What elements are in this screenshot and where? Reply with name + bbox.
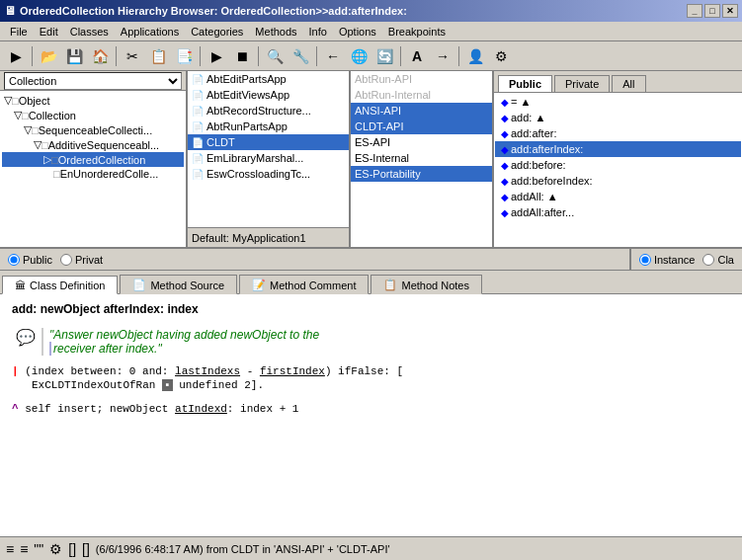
class-radio-label[interactable]: Cla: [702, 254, 734, 266]
status-icon-gear[interactable]: ⚙: [49, 541, 62, 557]
method-item-addall[interactable]: ◆ addAll: ▲: [495, 189, 741, 204]
api-item-es[interactable]: ES-API: [351, 134, 492, 150]
list-item-cldt[interactable]: 📄 CLDT: [188, 134, 349, 150]
list-item-abtrunparts[interactable]: 📄 AbtRunPartsApp: [188, 119, 349, 134]
toolbar-web-button[interactable]: 🌐: [347, 44, 371, 68]
menu-breakpoints[interactable]: Breakpoints: [382, 24, 452, 40]
api-item-abtrun[interactable]: AbtRun-API: [351, 71, 492, 87]
tab-method-notes[interactable]: 📋 Method Notes: [371, 275, 481, 294]
private-radio[interactable]: [60, 254, 72, 266]
menu-classes[interactable]: Classes: [64, 24, 115, 40]
public-radio-label[interactable]: Public: [8, 254, 52, 266]
tree-icon-ord: □: [51, 154, 58, 166]
tree-item-sequenceable[interactable]: ▽ □ SequenceableCollecti...: [2, 122, 184, 137]
close-button[interactable]: ✕: [722, 4, 738, 18]
status-icon-bracket1[interactable]: []: [68, 541, 76, 557]
code-area[interactable]: add: newObject afterIndex: index 💬 "Answ…: [0, 294, 742, 536]
method-item-addbeforeindex[interactable]: ◆ add:beforeIndex:: [495, 173, 741, 189]
left-selector-bar: Public Privat: [0, 249, 631, 270]
toolbar-run-button[interactable]: ▶: [4, 44, 28, 68]
method-item-addallafter[interactable]: ◆ addAll:after...: [495, 204, 741, 220]
toolbar-user-button[interactable]: 👤: [463, 44, 487, 68]
tab-public[interactable]: Public: [498, 75, 552, 92]
tree-item-additive[interactable]: ▽ □ AdditiveSequenceabl...: [2, 137, 184, 152]
tree-expand-add: ▽: [34, 138, 41, 151]
window-controls[interactable]: _ □ ✕: [687, 4, 738, 18]
toolbar-font-button[interactable]: A: [405, 44, 429, 68]
list-item-abteditviews[interactable]: 📄 AbtEditViewsApp: [188, 87, 349, 103]
toolbar-play-button[interactable]: ▶: [205, 44, 228, 68]
tab-all[interactable]: All: [612, 75, 645, 92]
menu-categories[interactable]: Categories: [185, 24, 249, 40]
toolbar-copy-button[interactable]: 📋: [146, 44, 170, 68]
toolbar-stop-button[interactable]: ⏹: [230, 44, 254, 68]
first-index-link[interactable]: firstIndex: [260, 365, 325, 377]
class-def-icon: 🏛: [15, 280, 26, 291]
red-marker-1: |: [12, 365, 19, 377]
method-label-add: add: ▲: [511, 112, 545, 123]
tab-method-comment[interactable]: 📝 Method Comment: [239, 275, 369, 294]
toolbar-config-button[interactable]: ⚙: [489, 44, 513, 68]
class-radio[interactable]: [702, 254, 714, 266]
method-item-eq[interactable]: ◆ = ▲: [495, 94, 741, 110]
toolbar-arrow-button[interactable]: →: [431, 44, 454, 68]
code-line-1: | (index between: 0 and: lastIndexs - fi…: [12, 365, 730, 377]
list-item-abtrecord[interactable]: 📄 AbtRecordStructure...: [188, 103, 349, 119]
at-indexd-link[interactable]: atIndexd: [175, 403, 227, 415]
menu-info[interactable]: Info: [303, 24, 333, 40]
menu-edit[interactable]: Edit: [34, 24, 64, 40]
methods-content: ◆ = ▲ ◆ add: ▲ ◆ add:after: ◆ add:afterI…: [494, 93, 742, 247]
api-label-es: ES-API: [355, 136, 390, 148]
tab-class-definition[interactable]: 🏛 Class Definition: [2, 276, 118, 294]
toolbar-cut-button[interactable]: ✂: [121, 44, 144, 68]
api-item-es-internal[interactable]: ES-Internal: [351, 150, 492, 166]
toolbar-search-button[interactable]: 🔍: [263, 44, 287, 68]
api-item-abtrun-internal[interactable]: AbtRun-Internal: [351, 87, 492, 103]
api-item-cldt[interactable]: CLDT-API: [351, 119, 492, 134]
status-icon-1[interactable]: ≡: [6, 541, 14, 557]
toolbar-browse-button[interactable]: 🏠: [88, 44, 112, 68]
code-return-text: self insert; newObject atIndexd: index +…: [25, 403, 298, 415]
toolbar-refresh-button[interactable]: 🔄: [372, 44, 396, 68]
public-radio[interactable]: [8, 254, 20, 266]
maximize-button[interactable]: □: [704, 4, 720, 18]
list-item-eswcrossloading[interactable]: 📄 EswCrossloadingTc...: [188, 166, 349, 182]
menu-file[interactable]: File: [4, 24, 34, 40]
list-item-abteditparts[interactable]: 📄 AbtEditPartsApp: [188, 71, 349, 87]
status-icon-bracket2[interactable]: []: [82, 541, 90, 557]
api-item-ansi[interactable]: ANSI-API: [351, 103, 492, 119]
menu-methods[interactable]: Methods: [249, 24, 302, 40]
toolbar-paste-button[interactable]: 📑: [172, 44, 196, 68]
last-index-link[interactable]: lastIndexs: [175, 365, 240, 377]
toolbar-inspect-button[interactable]: 🔧: [289, 44, 312, 68]
public-label: Public: [23, 254, 52, 266]
status-icon-2[interactable]: ≡: [20, 541, 28, 557]
method-item-add[interactable]: ◆ add: ▲: [495, 110, 741, 125]
tree-item-enunordered[interactable]: □ EnUnorderedColle...: [2, 167, 184, 181]
tab-method-source[interactable]: 📄 Method Source: [120, 275, 237, 294]
api-label-ansi: ANSI-API: [355, 105, 401, 117]
tree-item-ordered[interactable]: ▷ □ OrderedCollection: [2, 152, 184, 167]
toolbar-open-button[interactable]: 📂: [37, 44, 60, 68]
method-item-addbefore[interactable]: ◆ add:before:: [495, 157, 741, 173]
toolbar-back-button[interactable]: ←: [321, 44, 345, 68]
instance-radio-label[interactable]: Instance: [639, 254, 696, 266]
file-icon-5: 📄: [192, 137, 204, 148]
tree-expand-seq: ▽: [24, 123, 32, 136]
instance-radio[interactable]: [639, 254, 651, 266]
private-radio-label[interactable]: Privat: [60, 254, 103, 266]
method-item-addafter[interactable]: ◆ add:after:: [495, 125, 741, 141]
menu-applications[interactable]: Applications: [115, 24, 185, 40]
toolbar-save-button[interactable]: 💾: [62, 44, 86, 68]
list-item-emlibrary[interactable]: 📄 EmLibraryMarshal...: [188, 150, 349, 166]
api-item-es-portability[interactable]: ES-Portability: [351, 166, 492, 182]
comment-line-2: receiver after index.": [49, 342, 319, 356]
minimize-button[interactable]: _: [687, 4, 702, 18]
status-icon-quotes[interactable]: "": [34, 541, 43, 557]
tree-item-object[interactable]: ▽ □ Object: [2, 93, 184, 108]
tree-item-collection[interactable]: ▽ □ Collection: [2, 108, 184, 122]
tab-private[interactable]: Private: [554, 75, 610, 92]
menu-options[interactable]: Options: [333, 24, 382, 40]
method-item-addafterindex[interactable]: ◆ add:afterIndex:: [495, 141, 741, 157]
tree-dropdown[interactable]: Collection: [4, 72, 182, 90]
